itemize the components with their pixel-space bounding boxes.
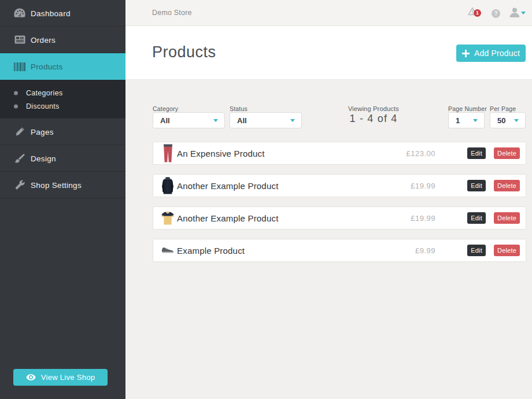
sidebar-item-categories[interactable]: Categories bbox=[0, 86, 125, 99]
product-price: £9.99 bbox=[415, 246, 435, 255]
orders-list-icon bbox=[13, 34, 26, 46]
edit-button[interactable]: Edit bbox=[467, 147, 486, 159]
pencil-icon bbox=[13, 126, 26, 138]
add-product-label: Add Product bbox=[474, 49, 520, 58]
dashboard-gauge-icon bbox=[13, 8, 26, 19]
page-number-label: Page Number bbox=[448, 105, 487, 112]
caret-down-icon bbox=[290, 119, 295, 122]
page-title: Products bbox=[152, 43, 216, 61]
sidebar-item-dashboard[interactable]: Dashboard bbox=[0, 0, 125, 27]
product-name: An Expensive Product bbox=[177, 149, 265, 158]
per-page-select[interactable]: 50 bbox=[490, 112, 526, 128]
category-filter-select[interactable]: All bbox=[153, 112, 225, 128]
sidebar-item-design[interactable]: Design bbox=[0, 145, 125, 172]
sidebar-item-label: Design bbox=[31, 154, 56, 162]
product-thumbnail-grey-shoe bbox=[159, 241, 176, 260]
viewing-products-label: Viewing Products bbox=[316, 105, 431, 112]
main-area: Demo Store 1 bbox=[125, 0, 532, 399]
sidebar-item-shop-settings[interactable]: Shop Settings bbox=[0, 172, 125, 198]
product-price: £19.99 bbox=[411, 182, 435, 190]
per-page-label: Per Page bbox=[490, 105, 516, 112]
caret-down-icon bbox=[514, 119, 519, 122]
status-filter-value: All bbox=[237, 116, 247, 125]
sidebar-item-orders[interactable]: Orders bbox=[0, 27, 125, 53]
question-circle-icon: ? bbox=[492, 10, 500, 20]
status-filter-select[interactable]: All bbox=[230, 112, 302, 128]
sidebar-subitem-label: Discounts bbox=[26, 102, 60, 110]
sidebar-item-label: Products bbox=[31, 62, 63, 71]
delete-button[interactable]: Delete bbox=[494, 245, 520, 256]
topbar-icons: 1 ? bbox=[457, 0, 532, 26]
page-number-value: 1 bbox=[456, 116, 460, 125]
viewing-products-value: 1 - 4 of 4 bbox=[316, 113, 431, 125]
sidebar-item-products[interactable]: Products bbox=[0, 53, 125, 80]
help-button[interactable]: ? bbox=[492, 9, 500, 18]
product-price: £123.00 bbox=[407, 149, 436, 158]
svg-text:?: ? bbox=[494, 10, 497, 17]
caret-down-icon bbox=[521, 12, 526, 14]
product-thumbnail-red-trousers bbox=[159, 143, 176, 163]
per-page-value: 50 bbox=[497, 116, 505, 125]
caret-down-icon bbox=[213, 119, 218, 122]
sidebar-item-pages[interactable]: Pages bbox=[0, 119, 125, 145]
barcode-icon bbox=[13, 61, 26, 72]
page-number-select[interactable]: 1 bbox=[448, 112, 485, 128]
sidebar-item-discounts[interactable]: Discounts bbox=[0, 99, 125, 113]
notification-badge: 1 bbox=[474, 9, 481, 17]
product-name: Example Product bbox=[177, 246, 245, 256]
delete-button[interactable]: Delete bbox=[494, 180, 520, 191]
product-name: Another Example Product bbox=[177, 181, 279, 191]
sidebar-item-label: Orders bbox=[31, 35, 56, 44]
status-filter-label: Status bbox=[230, 105, 247, 112]
person-icon bbox=[509, 8, 520, 20]
product-name: Another Example Product bbox=[177, 213, 279, 223]
view-live-shop-button[interactable]: View Live Shop bbox=[13, 369, 108, 386]
product-row: Another Example Product £19.99 Edit Dele… bbox=[153, 206, 526, 230]
sidebar-item-label: Shop Settings bbox=[31, 180, 82, 189]
store-name: Demo Store bbox=[152, 9, 192, 17]
user-menu-button[interactable] bbox=[509, 8, 527, 19]
category-filter-label: Category bbox=[153, 105, 178, 112]
edit-button[interactable]: Edit bbox=[467, 212, 486, 224]
sidebar: Dashboard Orders bbox=[0, 0, 125, 399]
view-live-shop-label: View Live Shop bbox=[41, 373, 95, 382]
page-header: Products Add Product bbox=[125, 26, 532, 80]
category-filter-value: All bbox=[160, 116, 170, 125]
admin-page: Dashboard Orders bbox=[0, 0, 532, 399]
eye-icon bbox=[26, 374, 36, 380]
product-thumbnail-navy-jacket bbox=[159, 176, 176, 195]
sidebar-subitem-label: Categories bbox=[26, 89, 62, 97]
notifications-button[interactable]: 1 bbox=[468, 7, 484, 20]
plus-icon bbox=[462, 50, 470, 57]
edit-button[interactable]: Edit bbox=[467, 180, 486, 191]
delete-button[interactable]: Delete bbox=[494, 212, 520, 224]
caret-down-icon bbox=[473, 119, 478, 122]
topbar: Demo Store 1 bbox=[125, 0, 532, 26]
bullet-icon bbox=[14, 91, 18, 95]
product-row: Another Example Product £19.99 Edit Dele… bbox=[153, 174, 526, 197]
sidebar-submenu: Categories Discounts bbox=[0, 80, 125, 119]
product-row: An Expensive Product £123.00 Edit Delete bbox=[153, 142, 526, 165]
product-row: Example Product £9.99 Edit Delete bbox=[153, 239, 526, 262]
add-product-button[interactable]: Add Product bbox=[456, 45, 526, 62]
product-price: £19.99 bbox=[411, 214, 435, 223]
edit-button[interactable]: Edit bbox=[467, 245, 486, 256]
sidebar-item-label: Dashboard bbox=[31, 9, 71, 17]
product-thumbnail-yellow-tshirt bbox=[159, 208, 176, 228]
wrench-icon bbox=[13, 179, 26, 191]
bullet-icon bbox=[14, 104, 18, 108]
content-area: Category All Status All Viewing Products… bbox=[125, 80, 532, 399]
sidebar-item-label: Pages bbox=[31, 127, 54, 136]
paintbrush-icon bbox=[13, 153, 26, 164]
delete-button[interactable]: Delete bbox=[494, 147, 520, 159]
